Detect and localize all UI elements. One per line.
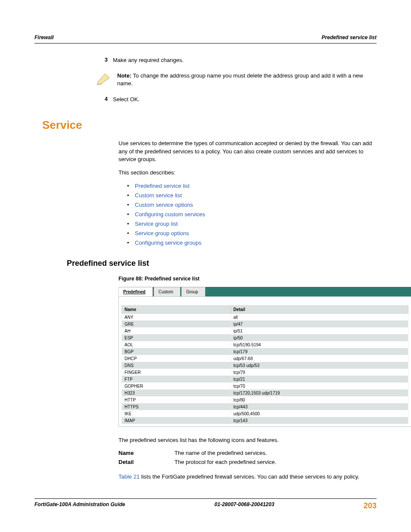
cell-detail: ip/50 bbox=[230, 334, 408, 341]
cell-name: H323 bbox=[122, 389, 231, 396]
footer-left: FortiGate-100A Administration Guide bbox=[34, 501, 125, 510]
service-para-1: Use services to determine the types of c… bbox=[118, 140, 377, 164]
table-row: ESPip/50 bbox=[122, 334, 408, 341]
table-row: FTPtcp/21 bbox=[122, 376, 408, 383]
cell-detail: ip/51 bbox=[230, 327, 408, 334]
table-row: BGPtcp/179 bbox=[122, 348, 408, 355]
tab-group[interactable]: Group bbox=[181, 287, 206, 296]
cell-name: AOL bbox=[122, 341, 231, 348]
desc-label-detail: Detail bbox=[118, 459, 174, 465]
cell-detail: tcp/79 bbox=[230, 369, 408, 376]
footer-page-number: 203 bbox=[364, 501, 377, 510]
link-configuring-custom-services[interactable]: Configuring custom services bbox=[135, 211, 205, 218]
cell-name: IMAP bbox=[122, 417, 231, 424]
desc-label-name: Name bbox=[118, 450, 174, 456]
note-pencil-icon bbox=[95, 72, 112, 85]
cell-detail: tcp/21 bbox=[230, 376, 408, 383]
table-ref-text: lists the FortiGate predefined firewall … bbox=[140, 473, 359, 480]
service-para-2: This section describes: bbox=[118, 169, 377, 177]
table-ref-para: Table 21 lists the FortiGate predefined … bbox=[118, 473, 377, 481]
table-row: FINGERtcp/79 bbox=[122, 369, 408, 376]
page-header: Firewall Predefined service list bbox=[34, 34, 377, 44]
cell-name: FTP bbox=[122, 376, 231, 383]
link-service-group-options[interactable]: Service group options bbox=[135, 230, 189, 236]
cell-detail: ip/47 bbox=[230, 320, 408, 327]
page-footer: FortiGate-100A Administration Guide 01-2… bbox=[34, 498, 377, 510]
note-content: To change the address group name you mus… bbox=[117, 72, 363, 87]
link-configuring-service-groups[interactable]: Configuring service groups bbox=[135, 240, 202, 246]
link-predefined-service-list[interactable]: Predefined service list bbox=[135, 183, 190, 189]
section-link-list: Predefined service list Custom service l… bbox=[127, 183, 377, 246]
link-custom-service-list[interactable]: Custom service list bbox=[135, 192, 182, 199]
header-right: Predefined service list bbox=[322, 34, 377, 40]
table-row: ANYall bbox=[122, 314, 408, 321]
step-number: 3 bbox=[95, 56, 113, 63]
cell-detail: tcp/53 udp/53 bbox=[230, 362, 408, 369]
cell-name: HTTP bbox=[122, 396, 231, 403]
svg-marker-0 bbox=[97, 74, 109, 85]
table-row: DNStcp/53 udp/53 bbox=[122, 362, 408, 369]
table-row: DHCPudp/67-68 bbox=[122, 355, 408, 362]
cell-name: AH bbox=[122, 327, 231, 334]
after-figure-intro: The predefined services list has the fol… bbox=[118, 436, 377, 445]
cell-name: GRE bbox=[122, 320, 231, 327]
cell-detail: all bbox=[230, 314, 408, 321]
figure-screenshot: Predefined Custom Group Name Detail ANYa… bbox=[118, 287, 411, 427]
table-row: HTTPtcp/80 bbox=[122, 396, 408, 403]
step-number: 4 bbox=[95, 96, 113, 102]
note-bold: Note: bbox=[117, 72, 131, 79]
cell-detail: tcp/143 bbox=[230, 417, 408, 424]
tab-predefined[interactable]: Predefined bbox=[118, 287, 153, 296]
note-block: Note: To change the address group name y… bbox=[95, 72, 377, 87]
cell-detail: udp/500,4500 bbox=[230, 410, 408, 417]
cell-name: ANY bbox=[122, 314, 231, 321]
table-row: AOLtcp/5190-5194 bbox=[122, 341, 408, 348]
note-text: Note: To change the address group name y… bbox=[117, 72, 377, 87]
cell-name: DHCP bbox=[122, 355, 231, 362]
figure-caption: Figure 88: Predefined service list bbox=[118, 276, 377, 282]
tabs-bar: Predefined Custom Group bbox=[118, 287, 411, 296]
step-row-3: 3 Make any required changes. bbox=[95, 56, 377, 64]
link-service-group-list[interactable]: Service group list bbox=[135, 221, 178, 227]
cell-detail: tcp/443 bbox=[230, 403, 408, 410]
header-left: Firewall bbox=[34, 34, 54, 40]
cell-name: ESP bbox=[122, 334, 231, 341]
cell-name: IKE bbox=[122, 410, 231, 417]
cell-detail: tcp/80 bbox=[230, 396, 408, 403]
table-row: GOPHERtcp/70 bbox=[122, 383, 408, 389]
section-heading-service: Service bbox=[42, 118, 377, 132]
table-row: IKEudp/500,4500 bbox=[122, 410, 408, 417]
table-ref-link[interactable]: Table 21 bbox=[118, 473, 140, 480]
cell-name: FINGER bbox=[122, 369, 231, 376]
step-text: Make any required changes. bbox=[113, 56, 377, 64]
table-row: AHip/51 bbox=[122, 327, 408, 334]
tab-custom[interactable]: Custom bbox=[154, 287, 181, 296]
table-row: GREip/47 bbox=[122, 320, 408, 327]
col-name-header: Name bbox=[122, 306, 231, 314]
cell-detail: tcp/5190-5194 bbox=[230, 341, 408, 348]
step-text: Select OK. bbox=[113, 96, 377, 103]
cell-detail: tcp/1720,1503 udp/1719 bbox=[230, 389, 408, 396]
desc-value-detail: The protocol for each predefined service… bbox=[174, 459, 377, 465]
col-detail-header: Detail bbox=[230, 306, 408, 314]
desc-table: Name The name of the predefined services… bbox=[118, 450, 377, 465]
cell-detail: tcp/179 bbox=[230, 348, 408, 355]
table-row: HTTPStcp/443 bbox=[122, 403, 408, 410]
cell-name: GOPHER bbox=[122, 383, 231, 389]
step-row-4: 4 Select OK. bbox=[95, 96, 377, 103]
table-row: H323tcp/1720,1503 udp/1719 bbox=[122, 389, 408, 396]
footer-mid: 01-28007-0068-20041203 bbox=[215, 501, 274, 510]
cell-name: BGP bbox=[122, 348, 231, 355]
subsection-heading: Predefined service list bbox=[67, 259, 377, 268]
desc-value-name: The name of the predefined services. bbox=[174, 450, 377, 456]
cell-name: HTTPS bbox=[122, 403, 231, 410]
table-row: IMAPtcp/143 bbox=[122, 417, 408, 424]
cell-detail: tcp/70 bbox=[230, 383, 408, 389]
cell-detail: udp/67-68 bbox=[230, 355, 408, 362]
cell-name: DNS bbox=[122, 362, 231, 369]
service-table: Name Detail ANYallGREip/47AHip/51ESPip/5… bbox=[121, 305, 408, 424]
link-custom-service-options[interactable]: Custom service options bbox=[135, 202, 193, 208]
